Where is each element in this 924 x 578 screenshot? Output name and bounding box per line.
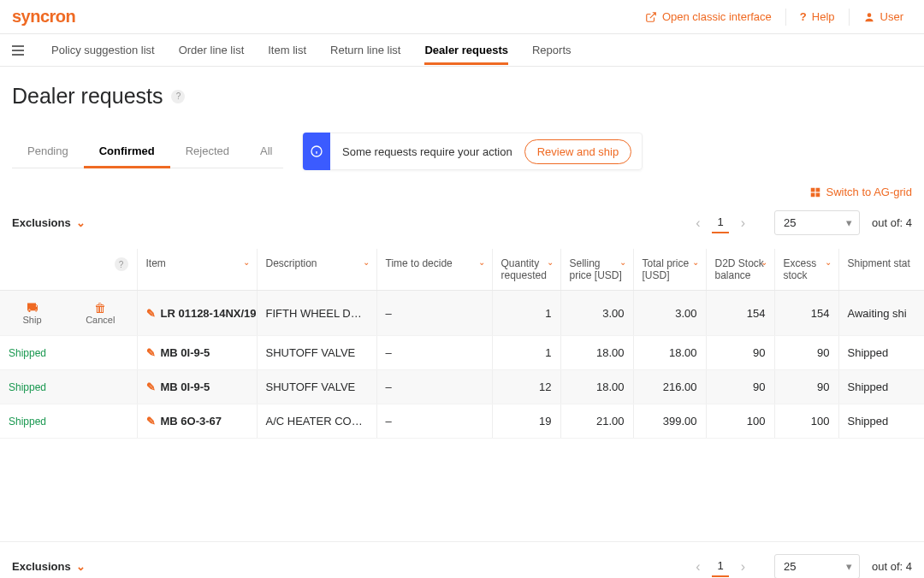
chevron-down-icon: ⌄ — [76, 216, 86, 229]
excess-cell: 90 — [774, 336, 838, 370]
switch-ag-grid-link[interactable]: Switch to AG-grid — [809, 186, 912, 198]
col-qty[interactable]: Quantity requested⌄ — [492, 249, 560, 291]
col-selling[interactable]: Selling price [USD]⌄ — [560, 249, 633, 291]
menu-icon[interactable] — [12, 42, 24, 59]
exclusions-toggle-bottom[interactable]: Exclusions ⌄ — [12, 560, 86, 573]
col-item[interactable]: Item⌄ — [137, 249, 257, 291]
shipment-cell: Shipped — [838, 370, 924, 404]
page-title: Dealer requests — [12, 84, 163, 109]
svg-rect-5 — [815, 187, 820, 192]
page-number[interactable]: 1 — [712, 212, 728, 233]
shipment-cell: Awaiting shi — [838, 291, 924, 336]
item-cell[interactable]: ✎LR 01128-14NX/19… — [146, 307, 248, 320]
page-prev-button[interactable]: ‹ — [692, 556, 703, 578]
review-ship-button[interactable]: Review and ship — [524, 139, 631, 164]
nav-return-line[interactable]: Return line list — [330, 35, 400, 65]
table-row[interactable]: ⛟Ship🗑Cancel✎LR 01128-14NX/19…FIFTH WHEE… — [0, 291, 924, 336]
item-cell[interactable]: ✎MB 0I-9-5 — [146, 380, 248, 393]
description-cell: FIFTH WHEEL DOWEL… — [257, 291, 376, 336]
time-cell: – — [376, 370, 492, 404]
nav-policy-suggestion[interactable]: Policy suggestion list — [51, 35, 155, 65]
selling-cell: 21.00 — [560, 404, 633, 439]
excess-cell: 90 — [774, 370, 838, 404]
qty-cell: 1 — [492, 336, 560, 370]
status-badge: Shipped — [9, 416, 46, 428]
page-size-select-bottom[interactable]: 25 — [774, 554, 860, 578]
selling-cell: 18.00 — [560, 370, 633, 404]
nav-item-list[interactable]: Item list — [268, 35, 306, 65]
item-cell[interactable]: ✎MB 0I-9-5 — [146, 346, 248, 359]
cancel-action[interactable]: 🗑Cancel — [64, 291, 137, 336]
exclusions-label: Exclusions — [12, 560, 71, 573]
user-link[interactable]: User — [855, 10, 912, 23]
status-badge: Shipped — [9, 381, 46, 393]
question-icon: ? — [800, 10, 807, 23]
logo: syncron — [12, 7, 75, 27]
selling-cell: 3.00 — [560, 291, 633, 336]
ship-action[interactable]: ⛟Ship — [0, 291, 64, 336]
page-prev-button[interactable]: ‹ — [692, 212, 703, 234]
col-excess[interactable]: Excess stock⌄ — [774, 249, 838, 291]
header-help-icon[interactable]: ? — [115, 257, 128, 271]
qty-cell: 1 — [492, 291, 560, 336]
shipment-cell: Shipped — [838, 404, 924, 439]
total-cell: 216.00 — [633, 370, 706, 404]
excess-cell: 100 — [774, 404, 838, 439]
sort-icon: ⌄ — [619, 257, 626, 267]
tab-pending[interactable]: Pending — [12, 134, 84, 168]
shipment-cell: Shipped — [838, 336, 924, 370]
trash-icon: 🗑 — [73, 301, 128, 315]
d2d-cell: 100 — [706, 404, 774, 439]
sort-icon: ⌄ — [825, 257, 832, 267]
table-row[interactable]: Shipped✎MB 6O-3-67A/C HEATER CONTROL–192… — [0, 404, 924, 439]
sort-icon: ⌄ — [547, 257, 554, 267]
open-classic-link[interactable]: Open classic interface — [637, 10, 780, 23]
total-cell: 399.00 — [633, 404, 706, 439]
description-cell: SHUTOFF VALVE — [257, 370, 376, 404]
description-cell: A/C HEATER CONTROL — [257, 404, 376, 439]
svg-point-0 — [867, 13, 871, 17]
page-out-of-bottom: out of: 4 — [872, 560, 912, 573]
requests-table: ? Item⌄ Description⌄ Time to decide⌄ Qua… — [0, 249, 924, 439]
tab-all[interactable]: All — [245, 134, 287, 168]
page-help-icon[interactable]: ? — [171, 90, 185, 103]
col-shipment[interactable]: Shipment stat — [838, 249, 924, 291]
item-cell[interactable]: ✎MB 6O-3-67 — [146, 415, 248, 428]
page-out-of: out of: 4 — [872, 216, 912, 229]
ship-icon: ⛟ — [9, 301, 56, 315]
page-next-button[interactable]: › — [737, 212, 749, 234]
open-classic-label: Open classic interface — [662, 10, 772, 23]
help-link[interactable]: ? Help — [791, 10, 844, 23]
user-icon — [863, 11, 875, 23]
col-total[interactable]: Total price [USD]⌄ — [633, 249, 706, 291]
chevron-down-icon: ⌄ — [76, 560, 86, 573]
svg-rect-4 — [810, 187, 814, 192]
nav-dealer-requests[interactable]: Dealer requests — [424, 35, 508, 65]
nav-order-line[interactable]: Order line list — [179, 35, 245, 65]
d2d-cell: 90 — [706, 370, 774, 404]
sort-icon: ⌄ — [692, 257, 699, 267]
tab-confirmed[interactable]: Confirmed — [84, 134, 170, 168]
time-cell: – — [376, 404, 492, 439]
info-icon — [303, 133, 330, 170]
description-cell: SHUTOFF VALVE — [257, 336, 376, 370]
nav-reports[interactable]: Reports — [532, 35, 572, 65]
pencil-icon: ✎ — [146, 346, 156, 359]
tab-rejected[interactable]: Rejected — [170, 134, 245, 168]
col-description[interactable]: Description⌄ — [257, 249, 376, 291]
pencil-icon: ✎ — [146, 380, 156, 393]
user-label: User — [880, 10, 903, 23]
page-number[interactable]: 1 — [712, 556, 728, 577]
page-size-select[interactable]: 25 — [774, 210, 860, 235]
exclusions-toggle[interactable]: Exclusions ⌄ — [12, 216, 86, 229]
selling-cell: 18.00 — [560, 336, 633, 370]
col-time[interactable]: Time to decide⌄ — [376, 249, 492, 291]
grid-icon — [809, 186, 821, 198]
table-row[interactable]: Shipped✎MB 0I-9-5SHUTOFF VALVE–118.0018.… — [0, 336, 924, 370]
d2d-cell: 90 — [706, 336, 774, 370]
col-d2d[interactable]: D2D Stock balance⌄ — [706, 249, 774, 291]
table-row[interactable]: Shipped✎MB 0I-9-5SHUTOFF VALVE–1218.0021… — [0, 370, 924, 404]
page-next-button[interactable]: › — [737, 556, 749, 578]
excess-cell: 154 — [774, 291, 838, 336]
pencil-icon: ✎ — [146, 307, 156, 320]
